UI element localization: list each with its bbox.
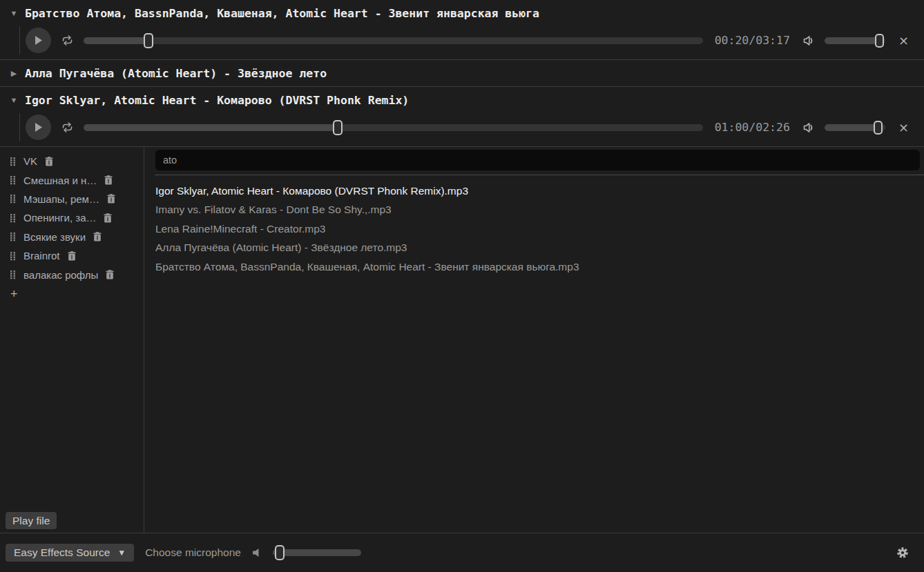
bottom-bar: Easy Effects Source ▼ Choose microphone: [0, 533, 924, 572]
repeat-icon[interactable]: [60, 121, 75, 133]
collapse-toggle-icon[interactable]: ▼: [10, 9, 18, 17]
chevron-down-icon: ▼: [117, 548, 126, 558]
drag-handle-icon[interactable]: [10, 213, 16, 223]
mic-volume-handle[interactable]: [275, 545, 285, 560]
sidebar-item-label: Мэшапы, рем…: [23, 193, 99, 205]
volume-slider[interactable]: [825, 33, 885, 48]
sidebar-item-vk[interactable]: VK: [0, 152, 144, 170]
main-panel: Igor Sklyar, Atomic Heart - Комарово (DV…: [144, 147, 924, 533]
trash-icon[interactable]: [104, 213, 112, 223]
file-item[interactable]: Igor Sklyar, Atomic Heart - Комарово (DV…: [155, 181, 920, 200]
seek-slider[interactable]: [84, 33, 703, 48]
volume-slider[interactable]: [825, 120, 885, 135]
file-item[interactable]: Imany vs. Filatov & Karas - Dont Be So S…: [155, 200, 920, 219]
time-display: 00:20/03:17: [715, 34, 790, 47]
player-row-1: ▼ Братство Атома, BassnPanda, Квашеная, …: [0, 0, 924, 60]
sidebar-item-label: Смешная и н…: [23, 175, 97, 186]
trash-icon[interactable]: [93, 232, 102, 241]
seek-handle[interactable]: [144, 33, 153, 48]
player-title: Igor Sklyar, Atomic Heart - Комарово (DV…: [25, 94, 409, 107]
trash-icon[interactable]: [104, 175, 113, 185]
sidebar-item-sounds[interactable]: Всякие звуки: [0, 228, 144, 246]
sidebar-item-mashups[interactable]: Мэшапы, рем…: [0, 190, 144, 208]
play-button[interactable]: [26, 115, 51, 140]
sidebar-item-label: Всякие звуки: [23, 231, 86, 243]
seek-handle[interactable]: [333, 120, 343, 135]
file-list: Igor Sklyar, Atomic Heart - Комарово (DV…: [155, 175, 920, 276]
file-item[interactable]: Алла Пугачёва (Atomic Heart) - Звёздное …: [155, 238, 920, 257]
play-button[interactable]: [26, 28, 51, 53]
sidebar-item-valakas[interactable]: валакас рофлы: [0, 265, 144, 284]
sidebar-item-label: Brainrot: [23, 250, 60, 262]
drag-handle-icon[interactable]: [10, 157, 16, 166]
time-display: 01:00/02:26: [715, 121, 790, 134]
muted-speaker-icon[interactable]: [252, 547, 262, 558]
source-select[interactable]: Easy Effects Source ▼: [6, 544, 134, 562]
file-item[interactable]: Братство Атома, BassnPanda, Квашеная, At…: [155, 257, 920, 276]
play-file-button[interactable]: Play file: [6, 512, 57, 529]
drag-handle-icon[interactable]: [10, 175, 16, 185]
trash-icon[interactable]: [106, 270, 114, 279]
drag-handle-icon[interactable]: [10, 232, 16, 241]
volume-icon[interactable]: [802, 34, 816, 47]
player-row-2: ▶ Алла Пугачёва (Atomic Heart) - Звёздно…: [0, 60, 924, 87]
player-controls: 00:20/03:17 ×: [19, 26, 924, 55]
play-icon: [34, 35, 43, 46]
sidebar-item-label: VK: [23, 155, 37, 167]
drag-handle-icon[interactable]: [10, 194, 16, 204]
mic-volume-slider[interactable]: [273, 545, 361, 560]
player-controls: 01:00/02:26 ×: [19, 113, 924, 141]
close-icon[interactable]: ×: [898, 121, 909, 134]
player-row-3: ▼ Igor Sklyar, Atomic Heart - Комарово (…: [0, 87, 924, 147]
trash-icon[interactable]: [107, 194, 115, 204]
player-title: Алла Пугачёва (Atomic Heart) - Звёздное …: [25, 67, 327, 80]
collapse-toggle-icon[interactable]: ▼: [10, 96, 18, 104]
drag-handle-icon[interactable]: [10, 270, 16, 279]
sidebar-item-label: валакас рофлы: [23, 269, 98, 281]
volume-handle[interactable]: [875, 34, 884, 48]
trash-icon[interactable]: [68, 251, 76, 261]
player-header: ▶ Алла Пугачёва (Atomic Heart) - Звёздно…: [0, 60, 924, 86]
sidebar: VK Смешная и н… Мэшапы, рем… Опенинги, з…: [0, 147, 144, 533]
trash-icon[interactable]: [45, 157, 53, 166]
close-icon[interactable]: ×: [898, 34, 909, 47]
expand-toggle-icon[interactable]: ▶: [10, 69, 18, 78]
player-header: ▼ Igor Sklyar, Atomic Heart - Комарово (…: [0, 87, 924, 113]
player-header: ▼ Братство Атома, BassnPanda, Квашеная, …: [0, 0, 924, 26]
sidebar-item-brainrot[interactable]: Brainrot: [0, 246, 144, 265]
source-select-label: Easy Effects Source: [14, 546, 110, 559]
drag-handle-icon[interactable]: [10, 251, 16, 261]
sidebar-item-label: Опенинги, за…: [23, 212, 96, 224]
gear-icon[interactable]: [896, 546, 909, 559]
seek-slider[interactable]: [84, 120, 703, 135]
volume-handle[interactable]: [874, 121, 883, 135]
microphone-label: Choose microphone: [145, 546, 241, 559]
search-input[interactable]: [155, 150, 920, 170]
repeat-icon[interactable]: [60, 34, 75, 46]
sidebar-item-openings[interactable]: Опенинги, за…: [0, 208, 144, 227]
volume-icon[interactable]: [802, 121, 816, 134]
content-area: VK Смешная и н… Мэшапы, рем… Опенинги, з…: [0, 147, 924, 533]
sidebar-item-smeshnaya[interactable]: Смешная и н…: [0, 170, 144, 189]
add-tab-button[interactable]: +: [0, 287, 28, 302]
seek-track[interactable]: [84, 124, 703, 131]
soundboard-app: ▼ Братство Атома, BassnPanda, Квашеная, …: [0, 0, 924, 572]
mic-volume-track[interactable]: [273, 549, 361, 556]
seek-track[interactable]: [84, 37, 703, 44]
play-icon: [34, 122, 43, 132]
player-title: Братство Атома, BassnPanda, Квашеная, At…: [25, 7, 539, 20]
file-item[interactable]: Lena Raine!Minecraft - Creator.mp3: [155, 219, 920, 238]
